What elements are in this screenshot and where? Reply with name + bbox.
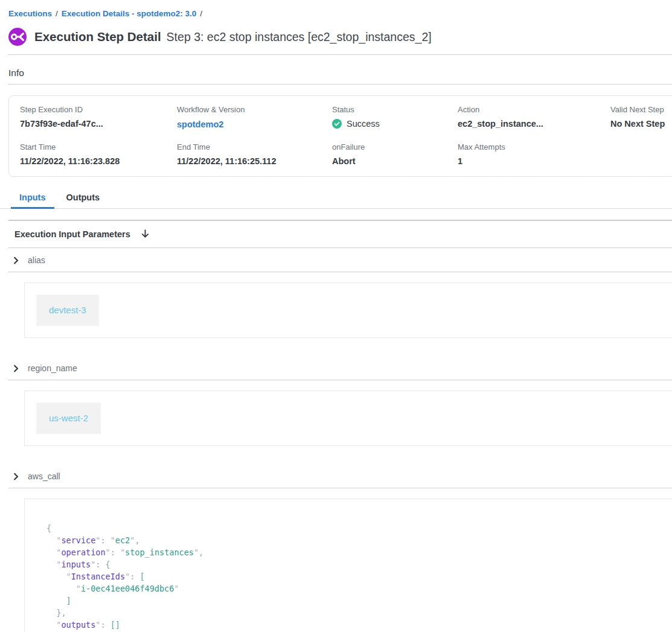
breadcrumb-link-execution-details[interactable]: Execution Details - spotdemo2: 3.0 [62, 9, 197, 18]
info-card: Step Execution ID 7b73f93e-edaf-47c... W… [8, 95, 672, 177]
alias-value-chip: devtest-3 [36, 295, 99, 326]
section-name: region_name [28, 363, 77, 373]
field-empty [610, 142, 672, 166]
aws-call-code-box: { "service": "ec2", "operation": "stop_i… [24, 499, 672, 632]
tab-outputs[interactable]: Outputs [58, 189, 109, 208]
info-heading: Info [8, 68, 672, 78]
region-name-value-box: us-west-2 [24, 391, 672, 446]
field-action: Action ec2_stop_instance... [458, 105, 610, 130]
chevron-right-icon [12, 473, 20, 480]
section-alias: alias devtest-3 [0, 248, 672, 338]
field-end-time: End Time 11/22/2022, 11:16:25.112 [177, 142, 332, 166]
tab-bar: Inputs Outputs [0, 189, 672, 209]
field-step-execution-id: Step Execution ID 7b73f93e-edaf-47c... [20, 105, 177, 130]
parameters-heading: Execution Input Parameters [14, 229, 130, 239]
section-aws-call: aws_call { "service": "ec2", "operation"… [0, 464, 672, 632]
field-status: Status Success [332, 105, 458, 130]
alias-value-box: devtest-3 [24, 282, 672, 338]
success-check-icon [332, 119, 342, 129]
expand-all-button[interactable] [140, 229, 150, 239]
section-header-region-name[interactable]: region_name [12, 356, 672, 380]
section-name: aws_call [28, 471, 60, 481]
field-workflow-version: Workflow & Version spotdemo2 [177, 105, 332, 130]
breadcrumb-separator: / [56, 9, 58, 18]
divider [8, 84, 672, 85]
page-title: Execution Step DetailStep 3: ec2 stop in… [34, 30, 432, 44]
breadcrumb-separator: / [200, 9, 202, 18]
chevron-right-icon [12, 257, 20, 264]
field-max-attempts: Max Attempts 1 [458, 142, 610, 166]
chevron-right-icon [12, 365, 20, 372]
breadcrumb: Executions/Execution Details - spotdemo2… [8, 9, 672, 18]
section-region-name: region_name us-west-2 [0, 356, 672, 446]
region-name-value-chip: us-west-2 [36, 403, 101, 434]
divider [8, 488, 672, 488]
page-title-main: Execution Step Detail [34, 30, 161, 43]
field-valid-next-step: Valid Next Step No Next Step [610, 105, 672, 130]
aws-call-code: { "service": "ec2", "operation": "stop_i… [46, 522, 672, 632]
app-logo-icon [8, 28, 27, 46]
divider [8, 380, 672, 380]
status-badge: Success [347, 119, 380, 129]
divider [8, 272, 672, 272]
parameters-header: Execution Input Parameters [14, 229, 672, 239]
divider [8, 220, 672, 221]
section-header-aws-call[interactable]: aws_call [12, 464, 672, 488]
divider [8, 54, 672, 55]
section-header-alias[interactable]: alias [12, 248, 672, 272]
tab-inputs[interactable]: Inputs [11, 189, 54, 208]
workflow-link[interactable]: spotdemo2 [177, 120, 223, 129]
page-title-subtitle: Step 3: ec2 stop instances [ec2_stop_ins… [167, 30, 432, 43]
field-start-time: Start Time 11/22/2022, 11:16:23.828 [20, 142, 177, 166]
section-name: alias [28, 255, 45, 265]
arrow-down-icon [140, 229, 150, 239]
field-onfailure: onFailure Abort [332, 142, 458, 166]
page-header: Execution Step DetailStep 3: ec2 stop in… [8, 28, 672, 46]
breadcrumb-link-executions[interactable]: Executions [8, 9, 52, 18]
